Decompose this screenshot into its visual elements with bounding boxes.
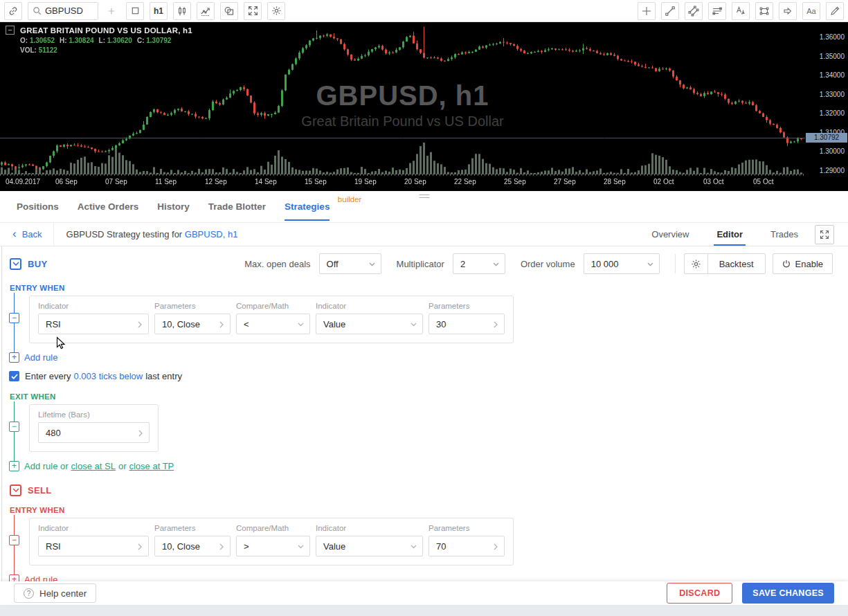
price-axis-label: 1.33000 (820, 91, 845, 98)
tab-trade-blotter[interactable]: Trade Blotter (208, 191, 266, 222)
order-volume-select[interactable]: 10 000 (584, 253, 660, 274)
remove-rule-button[interactable]: − (9, 535, 19, 545)
add-symbol-button[interactable] (102, 2, 120, 20)
indicator-field[interactable]: Value (316, 536, 423, 556)
indicator-field[interactable]: Value (316, 314, 423, 334)
objects-button[interactable] (220, 2, 238, 20)
symbol-search[interactable] (28, 2, 98, 20)
fullscreen-chart-button[interactable] (244, 2, 262, 20)
trading-app: h1 (0, 0, 848, 616)
buy-section-row: BUY Max. open deals Off Multiplicator 2 … (0, 253, 848, 274)
date-axis-label: 14 Sep (255, 178, 277, 185)
date-axis-label: 20 Sep (404, 178, 426, 185)
chevron-down-icon (647, 262, 653, 266)
brush-tool-button[interactable] (826, 2, 844, 20)
lifetime-field[interactable]: 480 (38, 422, 150, 443)
close-at-sl-link[interactable]: close at SL (71, 461, 116, 471)
parameters-field[interactable]: 70 (428, 536, 505, 556)
indicator-field[interactable]: RSI (38, 314, 149, 334)
compare-field[interactable]: > (236, 536, 310, 556)
price-chart: GBPUSD, h1 Great Britain Pound vs US Dol… (0, 22, 848, 191)
chevron-down-icon (411, 323, 417, 327)
backtest-settings-button[interactable] (685, 254, 708, 273)
expand-strategy-button[interactable] (815, 225, 834, 244)
top-toolbar: h1 (0, 0, 848, 22)
rectangle-tool-button[interactable] (755, 2, 773, 20)
bottom-panel-tabbar: Positions Active Orders History Trade Bl… (0, 191, 848, 223)
timeframe-button[interactable]: h1 (150, 2, 168, 20)
chevron-down-icon (411, 545, 417, 549)
chevron-down-icon (369, 262, 375, 266)
field-label: Indicator (316, 302, 423, 310)
max-open-deals-select[interactable]: Off (319, 253, 381, 274)
editor-footer: ? Help center DISCARD SAVE CHANGES (0, 581, 848, 605)
horizontal-lines-tool-button[interactable] (708, 2, 726, 20)
plus-icon[interactable]: + (9, 461, 19, 471)
help-center-button[interactable]: ? Help center (14, 583, 96, 603)
strategy-header: ‹ Back GBPUSD Strategy testing for GBPUS… (0, 223, 848, 246)
price-axis-label: 1.30000 (820, 147, 845, 155)
date-axis-label: 06 Sep (55, 178, 78, 185)
rule-connector-line (14, 515, 15, 579)
remove-rule-button[interactable]: − (9, 422, 19, 432)
tab-trades[interactable]: Trades (761, 223, 808, 246)
price-axis-label: 1.35000 (820, 53, 845, 60)
date-axis-label: 05 Oct (753, 178, 773, 185)
collapse-legend-button[interactable]: − (6, 26, 15, 35)
chart-type-button[interactable] (173, 2, 191, 20)
reentry-ticks-link[interactable]: 0.003 ticks below (73, 371, 143, 381)
chevron-right-icon (138, 321, 142, 328)
chevron-right-icon (138, 543, 142, 550)
tab-active-orders[interactable]: Active Orders (78, 191, 139, 222)
tab-editor[interactable]: Editor (707, 223, 752, 246)
buy-add-rule[interactable]: + Add rule (9, 352, 848, 363)
multiplicator-select[interactable]: 2 (453, 253, 505, 274)
indicator-field[interactable]: RSI (38, 536, 149, 556)
chevron-right-icon (219, 543, 224, 550)
sell-collapse-toggle[interactable] (10, 484, 21, 496)
order-volume-label: Order volume (521, 259, 575, 269)
trendline-tool-button[interactable] (661, 2, 679, 20)
strategy-title: GBPUSD Strategy testing for GBPUSD, h1 (66, 229, 238, 239)
parameters-field[interactable]: 30 (428, 314, 505, 334)
crosshair-icon (641, 6, 652, 17)
layout-button[interactable] (126, 2, 144, 20)
backtest-button[interactable]: Backtest (708, 254, 765, 273)
tab-strategies[interactable]: Strategies builder (285, 191, 330, 222)
back-button[interactable]: ‹ Back (0, 223, 54, 246)
candlestick-icon (177, 6, 188, 17)
crosshair-tool-button[interactable] (638, 2, 656, 20)
channel-tool-button[interactable] (685, 2, 703, 20)
field-label: Parameters (154, 524, 231, 532)
price-axis-label: 1.36000 (820, 33, 845, 41)
parameters-field[interactable]: 10, Close (154, 536, 231, 556)
parameters-field[interactable]: 10, Close (154, 314, 231, 334)
save-changes-button[interactable]: SAVE CHANGES (742, 583, 834, 604)
enable-button[interactable]: Enable (773, 253, 833, 274)
arrow-tool-button[interactable] (779, 2, 797, 20)
text-tool-button[interactable]: Aa (802, 2, 820, 20)
tab-overview[interactable]: Overview (642, 223, 698, 246)
sell-add-rule[interactable]: + Add rule (9, 574, 848, 581)
annotation-tool-button[interactable] (732, 2, 750, 20)
buy-controls: Max. open deals Off Multiplicator 2 Orde… (244, 253, 833, 274)
buy-collapse-toggle[interactable] (10, 258, 21, 270)
remove-rule-button[interactable]: − (9, 313, 19, 323)
tab-positions[interactable]: Positions (17, 191, 59, 222)
close-at-tp-link[interactable]: close at TP (129, 461, 174, 471)
tab-history[interactable]: History (157, 191, 190, 222)
compare-field[interactable]: < (236, 314, 310, 334)
rule-connector-line (14, 293, 15, 357)
symbol-search-input[interactable] (45, 6, 91, 16)
link-charts-button[interactable] (4, 2, 22, 20)
date-axis-label: 27 Sep (554, 178, 576, 185)
indicators-button[interactable] (197, 2, 215, 20)
date-axis-label: 19 Sep (354, 178, 377, 185)
reentry-checkbox[interactable] (9, 371, 19, 381)
date-axis[interactable]: 04.09.201706 Sep07 Sep11 Sep12 Sep14 Sep… (0, 178, 805, 188)
discard-button[interactable]: DISCARD (667, 583, 732, 604)
field-label: Parameters (428, 524, 505, 532)
panel-resize-handle[interactable] (419, 194, 429, 198)
chart-settings-button[interactable] (267, 2, 285, 20)
plus-icon: + (9, 574, 19, 581)
